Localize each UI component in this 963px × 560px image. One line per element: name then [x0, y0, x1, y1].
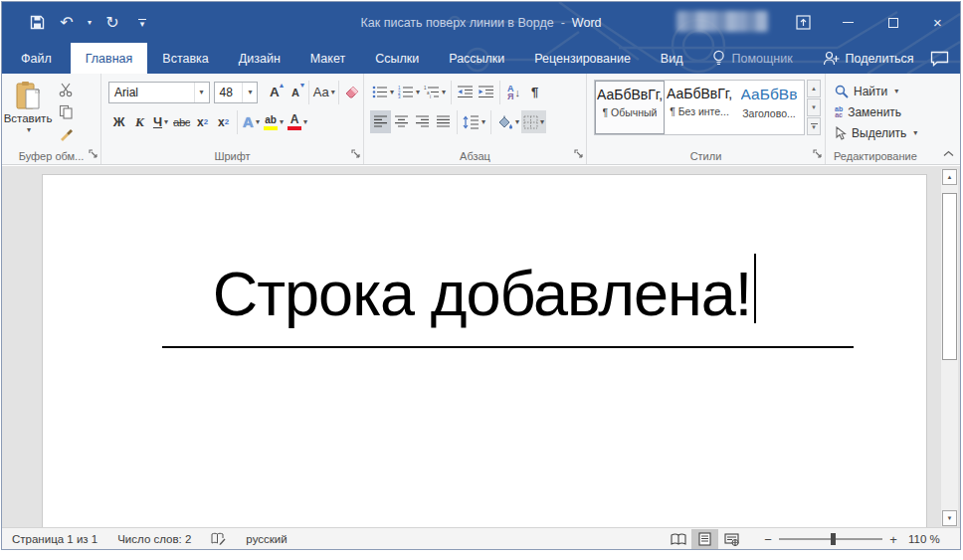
multilevel-list-button[interactable]: 1ai ▾ [422, 81, 448, 103]
borders-button[interactable]: ▾ [521, 110, 546, 133]
shading-button[interactable]: ▾ [494, 110, 521, 133]
document-text[interactable]: Строка добавлена! [213, 259, 752, 328]
tab-references[interactable]: Ссылки [360, 43, 434, 74]
customize-qat-button[interactable]: ▾ [129, 10, 155, 36]
decrease-indent-button[interactable] [455, 81, 476, 103]
ribbon-display-options-button[interactable] [781, 2, 826, 43]
subscript-button[interactable]: x2 [192, 110, 213, 133]
zoom-level-button[interactable]: 110 % [908, 528, 954, 550]
tab-insert[interactable]: Вставка [147, 43, 223, 74]
document-text-line[interactable]: Строка добавлена! [42, 254, 927, 329]
redo-button[interactable]: ↻ [99, 10, 125, 36]
tab-design[interactable]: Дизайн [224, 43, 295, 74]
save-button[interactable] [24, 10, 50, 36]
proofing-status-button[interactable] [201, 528, 236, 550]
language-status[interactable]: русский [236, 528, 296, 550]
clipboard-group: Вставить ▾ [2, 74, 101, 164]
zoom-slider[interactable] [779, 532, 882, 546]
line-spacing-icon [463, 115, 480, 129]
word-count-status[interactable]: Число слов: 2 [107, 528, 201, 550]
justify-button[interactable] [433, 110, 454, 133]
app-name-text: Word [572, 16, 602, 30]
shrink-font-button[interactable]: A▼ [285, 81, 305, 103]
paste-button[interactable]: Вставить ▾ [2, 79, 54, 147]
scroll-down-button[interactable]: ▼ [942, 510, 957, 526]
scroll-up-button[interactable]: ▲ [942, 169, 957, 185]
paragraph-dialog-launcher[interactable] [574, 146, 583, 161]
superscript-button[interactable]: x2 [213, 110, 234, 133]
close-button[interactable]: × [915, 2, 960, 43]
replace-button[interactable]: ab ac Заменить [826, 101, 931, 122]
horizontal-line[interactable] [162, 346, 854, 348]
font-dialog-launcher[interactable] [351, 146, 360, 161]
underline-button[interactable]: Ч▾ [150, 110, 171, 133]
read-mode-button[interactable] [665, 529, 691, 549]
tab-review[interactable]: Рецензирование [519, 43, 646, 74]
document-page[interactable] [42, 174, 927, 528]
show-paragraph-marks-button[interactable]: ¶ [524, 81, 545, 103]
bold-button[interactable]: Ж [108, 110, 129, 133]
tab-layout[interactable]: Макет [295, 43, 360, 74]
style-heading1[interactable]: АаБбВв Заголово... [734, 81, 804, 134]
maximize-button[interactable] [870, 2, 915, 43]
font-name-combo[interactable]: Arial ▾ [108, 82, 210, 103]
web-layout-button[interactable] [718, 529, 745, 549]
chevron-down-icon[interactable]: ▾ [194, 83, 209, 102]
zoom-out-button[interactable]: − [759, 532, 777, 547]
copy-button[interactable] [54, 102, 78, 121]
grow-font-button[interactable]: A▲ [264, 81, 285, 103]
strikethrough-button[interactable]: abc [171, 110, 192, 133]
align-left-button[interactable] [370, 110, 391, 133]
print-layout-button[interactable] [691, 529, 718, 549]
styles-more-button[interactable]: ▼ [807, 117, 821, 135]
align-center-button[interactable] [391, 110, 412, 133]
styles-dialog-launcher[interactable] [813, 146, 822, 161]
styles-scroll-up-button[interactable]: ▲ [807, 80, 821, 97]
paragraph-group-label: Абзац [460, 150, 490, 162]
sort-button[interactable]: А Я ↓ [503, 81, 524, 103]
chevron-down-icon: ▾ [442, 88, 446, 96]
collapse-ribbon-button[interactable] [943, 145, 954, 160]
clipboard-dialog-launcher[interactable] [89, 146, 97, 161]
bullets-button[interactable]: ▾ [370, 81, 396, 103]
zoom-slider-thumb[interactable] [831, 533, 836, 545]
page-number-status[interactable]: Страница 1 из 1 [2, 528, 107, 550]
tab-home[interactable]: Главная [71, 43, 148, 74]
tab-assistant[interactable]: Помощник [697, 43, 807, 74]
tab-mailings[interactable]: Рассылки [434, 43, 519, 74]
numbering-button[interactable]: 123 ▾ [396, 81, 422, 103]
undo-dropdown[interactable]: ▾ [84, 10, 96, 36]
increase-indent-button[interactable] [476, 81, 496, 103]
chevron-down-icon[interactable]: ▾ [242, 83, 257, 102]
numbering-icon: 123 [398, 86, 414, 98]
find-button[interactable]: Найти ▾ [826, 81, 931, 101]
cut-button[interactable] [54, 81, 78, 99]
align-right-button[interactable] [412, 110, 433, 133]
share-button[interactable]: Поделиться [808, 43, 924, 74]
customize-qat-icon: ▾ [138, 19, 146, 26]
undo-button[interactable]: ↶ [54, 10, 80, 36]
select-button[interactable]: Выделить ▾ [826, 122, 931, 143]
italic-button[interactable]: К [129, 110, 150, 133]
text-effects-button[interactable]: А▾ [241, 110, 262, 133]
font-color-button[interactable]: А ▾ [286, 110, 309, 133]
clear-formatting-button[interactable] [342, 81, 363, 103]
minimize-button[interactable] [826, 2, 870, 43]
vertical-scrollbar[interactable]: ▲ ▼ [941, 169, 958, 526]
font-size-combo[interactable]: 48 ▾ [214, 82, 259, 103]
feedback-button[interactable] [924, 43, 960, 74]
line-spacing-button[interactable]: ▾ [461, 110, 487, 133]
style-no-spacing[interactable]: АаБбВвГг, ¶ Без инте... [665, 81, 734, 134]
highlight-color-button[interactable]: ab ▾ [262, 110, 286, 133]
style-normal[interactable]: АаБбВвГг, ¶ Обычный [595, 81, 665, 134]
tab-view[interactable]: Вид [646, 43, 698, 74]
tab-file[interactable]: Файл [2, 43, 71, 74]
change-case-button[interactable]: Aa▾ [312, 81, 335, 103]
select-label: Выделить [852, 126, 906, 140]
styles-scroll-down-button[interactable]: ▼ [807, 98, 821, 116]
style-preview: АаБбВвГг, [597, 87, 663, 102]
ribbon-tabs: Файл Главная Вставка Дизайн Макет Ссылки… [2, 43, 960, 74]
scrollbar-thumb[interactable] [942, 193, 957, 360]
zoom-in-button[interactable]: + [884, 532, 902, 547]
format-painter-button[interactable] [54, 124, 78, 143]
